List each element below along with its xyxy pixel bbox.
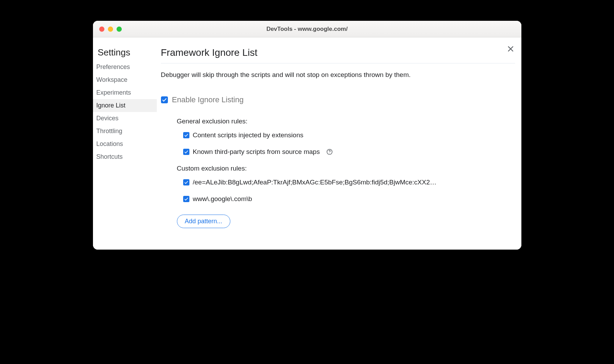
sidebar-item-preferences[interactable]: Preferences xyxy=(93,61,157,73)
check-icon xyxy=(184,180,189,185)
check-icon xyxy=(184,149,189,154)
check-icon xyxy=(184,133,189,138)
custom-exclusion-section: Custom exclusion rules: /ee=ALeJib:B8gLw… xyxy=(161,165,515,203)
page-description: Debugger will skip through the scripts a… xyxy=(161,71,515,79)
help-icon[interactable] xyxy=(326,148,333,155)
sidebar-item-experiments[interactable]: Experiments xyxy=(93,86,157,99)
close-icon xyxy=(507,45,514,53)
custom-rule-row: /ee=ALeJib:B8gLwd;AfeaP:TkrAjf;BMxAGc:E5… xyxy=(177,179,515,186)
custom-rule-row: www\.google\.com\b xyxy=(177,195,515,203)
sidebar-title: Settings xyxy=(93,47,157,61)
custom-rules-heading: Custom exclusion rules: xyxy=(177,165,515,172)
page-title: Framework Ignore List xyxy=(161,47,515,63)
sidebar-item-workspace[interactable]: Workspace xyxy=(93,73,157,86)
custom-rule-0-checkbox[interactable] xyxy=(183,179,189,185)
settings-sidebar: Settings Preferences Workspace Experimen… xyxy=(93,37,157,250)
general-exclusion-section: General exclusion rules: Content scripts… xyxy=(161,118,515,156)
svg-point-3 xyxy=(329,153,330,154)
sidebar-item-ignore-list[interactable]: Ignore List xyxy=(93,99,157,112)
custom-rule-1-checkbox[interactable] xyxy=(183,196,189,202)
window-title: DevTools - www.google.com/ xyxy=(93,26,521,33)
enable-ignore-listing-label: Enable Ignore Listing xyxy=(172,95,244,104)
traffic-lights xyxy=(99,26,122,32)
minimize-window-button[interactable] xyxy=(108,26,113,32)
general-rule-content-scripts: Content scripts injected by extensions xyxy=(177,131,515,139)
question-circle-icon xyxy=(326,148,333,155)
sidebar-item-devices[interactable]: Devices xyxy=(93,112,157,125)
general-rules-heading: General exclusion rules: xyxy=(177,118,515,125)
third-party-scripts-label: Known third-party scripts from source ma… xyxy=(193,148,320,156)
enable-ignore-listing-row: Enable Ignore Listing xyxy=(161,95,515,104)
maximize-window-button[interactable] xyxy=(117,26,122,32)
close-settings-button[interactable] xyxy=(507,45,514,54)
content-scripts-label: Content scripts injected by extensions xyxy=(193,131,304,139)
check-icon xyxy=(162,97,167,103)
enable-ignore-listing-checkbox[interactable] xyxy=(161,96,168,103)
add-pattern-button[interactable]: Add pattern... xyxy=(177,215,230,228)
sidebar-item-throttling[interactable]: Throttling xyxy=(93,125,157,138)
titlebar: DevTools - www.google.com/ xyxy=(93,21,521,37)
close-window-button[interactable] xyxy=(99,26,104,32)
sidebar-item-shortcuts[interactable]: Shortcuts xyxy=(93,150,157,163)
content-scripts-checkbox[interactable] xyxy=(183,132,189,138)
custom-rule-1-label: www\.google\.com\b xyxy=(193,195,252,203)
check-icon xyxy=(184,197,189,201)
third-party-scripts-checkbox[interactable] xyxy=(183,149,189,155)
devtools-settings-window: DevTools - www.google.com/ Settings Pref… xyxy=(93,21,521,250)
sidebar-item-locations[interactable]: Locations xyxy=(93,138,157,150)
content: Settings Preferences Workspace Experimen… xyxy=(93,37,521,250)
general-rule-third-party: Known third-party scripts from source ma… xyxy=(177,148,515,156)
main-panel: Framework Ignore List Debugger will skip… xyxy=(157,37,521,250)
custom-rule-0-label: /ee=ALeJib:B8gLwd;AfeaP:TkrAjf;BMxAGc:E5… xyxy=(193,179,437,186)
